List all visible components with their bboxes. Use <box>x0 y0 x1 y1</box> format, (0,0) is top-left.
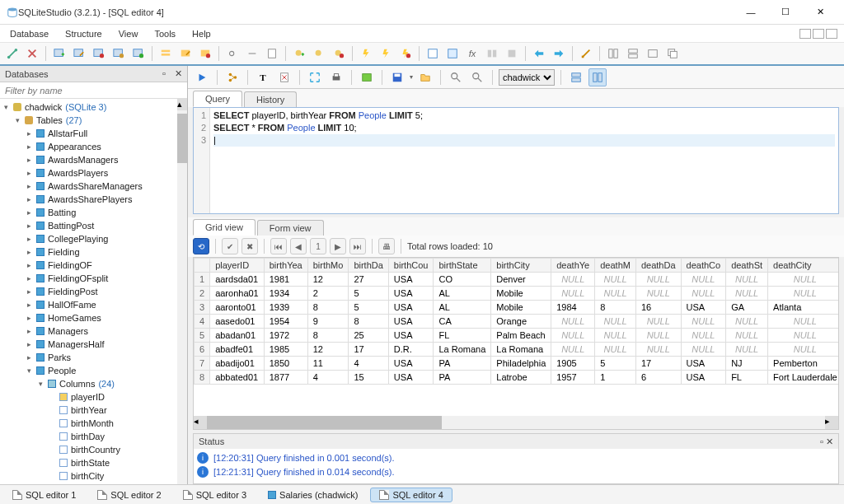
ddl-history-icon[interactable] <box>443 44 462 63</box>
status-undock-icon[interactable]: ▫ <box>820 436 823 446</box>
cell[interactable]: NULL <box>635 287 681 301</box>
print-icon[interactable] <box>327 68 345 86</box>
col-header[interactable]: deathCo <box>681 259 726 273</box>
next-page-icon[interactable]: ▶ <box>330 238 346 254</box>
cell[interactable]: NULL <box>551 287 595 301</box>
cell[interactable]: USA <box>388 301 434 315</box>
cell[interactable]: USA <box>388 315 434 329</box>
prev-page-icon[interactable]: ◀ <box>290 238 307 254</box>
tables-node[interactable]: ▾Tables(27) <box>0 114 177 127</box>
menu-view[interactable]: View <box>112 27 145 40</box>
close-button[interactable]: ✕ <box>803 1 837 24</box>
cell[interactable]: USA <box>681 371 726 385</box>
btab-sql3[interactable]: SQL editor 3 <box>174 488 256 502</box>
row-header[interactable]: 8 <box>195 371 210 385</box>
minimize-button[interactable]: — <box>734 1 768 24</box>
layout-h-icon[interactable] <box>588 68 607 86</box>
cell[interactable]: AL <box>434 301 491 315</box>
btab-salaries[interactable]: Salaries (chadwick) <box>259 488 367 502</box>
cell[interactable]: 2 <box>307 287 349 301</box>
script-icon[interactable] <box>263 44 281 63</box>
cell[interactable]: PA <box>434 371 491 385</box>
col-header[interactable]: playerID <box>210 259 265 273</box>
cell[interactable]: Mobile <box>491 301 551 315</box>
cell[interactable]: NULL <box>726 343 768 357</box>
cell[interactable]: NULL <box>768 315 838 329</box>
cell[interactable]: NULL <box>595 343 636 357</box>
cell[interactable]: NULL <box>726 287 768 301</box>
cell[interactable]: USA <box>681 357 726 371</box>
link-icon[interactable] <box>223 44 241 63</box>
columns-node[interactable]: ▾Columns(24) <box>0 377 177 390</box>
column-birthCity[interactable]: birthCity <box>0 469 177 483</box>
table-BattingPost[interactable]: ▸BattingPost <box>0 219 177 232</box>
index-del-icon[interactable] <box>330 44 348 63</box>
search-next-icon[interactable] <box>468 68 486 86</box>
last-page-icon[interactable]: ⏭ <box>349 238 366 254</box>
cell[interactable]: PA <box>434 357 491 371</box>
view-del-icon[interactable] <box>196 44 214 63</box>
cell[interactable]: La Romana <box>491 343 551 357</box>
cell[interactable]: CA <box>434 315 491 329</box>
db-node[interactable]: ▾chadwick(SQLite 3) <box>0 100 177 114</box>
cell[interactable]: Atlanta <box>768 301 838 315</box>
cell[interactable]: abadijo01 <box>210 357 265 371</box>
delete-table-icon[interactable] <box>90 44 108 63</box>
cell[interactable]: 8 <box>595 301 636 315</box>
col-header[interactable]: birthState <box>434 259 491 273</box>
col-header[interactable]: birthYea <box>264 259 307 273</box>
export-icon[interactable] <box>550 44 568 63</box>
cell[interactable]: Denver <box>491 273 551 287</box>
tree-scrollbar[interactable]: ▴ <box>177 99 187 484</box>
cell[interactable]: 17 <box>635 357 681 371</box>
cell[interactable]: NULL <box>551 329 595 343</box>
sql-editor-icon[interactable] <box>424 44 442 63</box>
cell[interactable]: 16 <box>635 301 681 315</box>
cell[interactable]: 4 <box>349 357 388 371</box>
cell[interactable]: NULL <box>551 315 595 329</box>
cell[interactable]: 1957 <box>551 371 595 385</box>
row-header[interactable]: 6 <box>195 343 210 357</box>
cell[interactable]: NULL <box>595 315 636 329</box>
cell[interactable]: 1905 <box>551 357 595 371</box>
column-playerID[interactable]: playerID <box>0 390 177 404</box>
cell[interactable]: 1972 <box>264 329 307 343</box>
cell[interactable]: 12 <box>307 343 349 357</box>
add-table-icon[interactable] <box>50 44 68 63</box>
table-Managers[interactable]: ▸Managers <box>0 324 177 338</box>
cell[interactable]: NULL <box>635 329 681 343</box>
col-header[interactable]: birthMo <box>307 259 349 273</box>
cell[interactable]: 1985 <box>264 343 307 357</box>
cell[interactable]: NULL <box>595 329 636 343</box>
cell[interactable]: 5 <box>595 357 636 371</box>
table-ManagersHalf[interactable]: ▸ManagersHalf <box>0 338 177 351</box>
tile-h-icon[interactable] <box>604 44 622 63</box>
cell[interactable]: abadan01 <box>210 329 265 343</box>
cell[interactable]: USA <box>388 273 434 287</box>
expand-icon[interactable] <box>306 68 324 86</box>
cell[interactable]: abbated01 <box>210 371 265 385</box>
cell[interactable]: 5 <box>349 301 388 315</box>
cell[interactable]: NULL <box>595 287 636 301</box>
cell[interactable]: 4 <box>307 371 349 385</box>
grid-hscroll[interactable]: ◂▸ <box>194 416 838 429</box>
cell[interactable]: USA <box>388 371 434 385</box>
table-FieldingOFsplit[interactable]: ▸FieldingOFsplit <box>0 272 177 285</box>
explain-icon[interactable] <box>223 68 241 86</box>
cell[interactable]: NULL <box>681 315 726 329</box>
column-birthState[interactable]: birthState <box>0 456 177 469</box>
cell[interactable]: USA <box>388 357 434 371</box>
refresh-icon[interactable]: ⟲ <box>193 238 209 254</box>
cell[interactable]: Pemberton <box>768 357 838 371</box>
table-AwardsSharePlayers[interactable]: ▸AwardsSharePlayers <box>0 193 177 206</box>
cell[interactable]: 6 <box>635 371 681 385</box>
unlink-icon[interactable] <box>243 44 261 63</box>
rollback-icon[interactable]: ✖ <box>241 238 258 254</box>
table-AllstarFull[interactable]: ▸AllstarFull <box>0 127 177 140</box>
results-icon[interactable] <box>358 68 376 86</box>
cell[interactable]: abadfe01 <box>210 343 265 357</box>
cell[interactable]: NULL <box>635 273 681 287</box>
table-People[interactable]: ▾People <box>0 364 177 377</box>
table-AwardsManagers[interactable]: ▸AwardsManagers <box>0 153 177 166</box>
col-header[interactable]: birthDa <box>349 259 388 273</box>
